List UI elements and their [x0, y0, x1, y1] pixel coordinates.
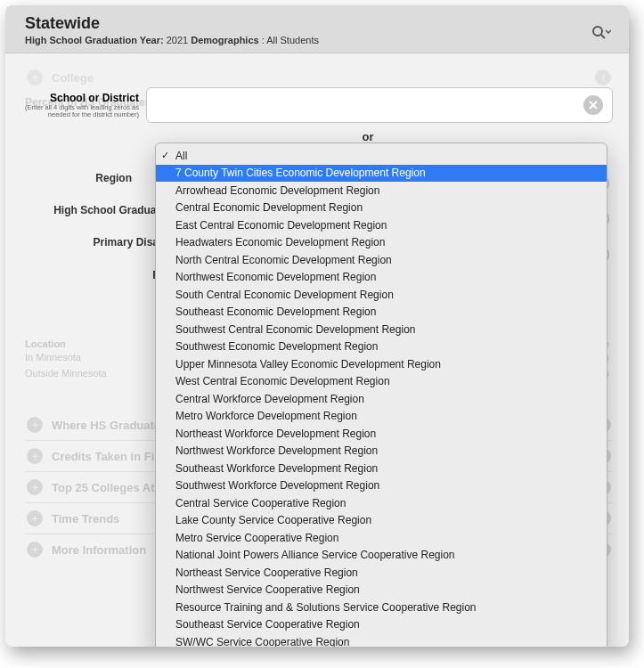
region-option[interactable]: Southwest Workforce Development Region [156, 477, 607, 495]
section-college-label: College [52, 71, 595, 85]
region-option[interactable]: Central Service Cooperative Region [156, 494, 607, 512]
expand-icon: ＋ [27, 510, 43, 526]
expand-icon: ＋ [27, 542, 43, 558]
body: ＋ College i Percent of HS Graduates Atte… [5, 53, 629, 647]
subtitle-demo-value: : All Students [262, 35, 319, 45]
region-option[interactable]: East Central Economic Development Region [156, 216, 607, 234]
section-college: ＋ College i [25, 62, 613, 93]
expand-icon: ＋ [27, 448, 43, 464]
expand-icon: ＋ [27, 479, 43, 495]
region-option[interactable]: Southeast Service Cooperative Region [156, 616, 607, 634]
subtitle-year-label: High School Graduation Year: [25, 35, 164, 45]
region-option[interactable]: South Central Economic Development Regio… [156, 286, 607, 304]
region-option[interactable]: Northwest Service Cooperative Region [156, 582, 607, 599]
region-dropdown[interactable]: All7 County Twin Cities Economic Develop… [155, 143, 607, 647]
region-option[interactable]: 7 County Twin Cities Economic Developmen… [156, 165, 607, 183]
school-row: School or District (Enter all 4 digits w… [25, 87, 613, 123]
region-option[interactable]: All [156, 147, 607, 165]
region-option[interactable]: Northeast Service Cooperative Region [156, 564, 607, 582]
region-option[interactable]: Northeast Workforce Development Region [156, 425, 607, 443]
region-option[interactable]: Resource Training and & Solutions Servic… [156, 599, 607, 616]
region-option[interactable]: Southwest Central Economic Development R… [156, 321, 607, 338]
subtitle-demo-label: Demographics [191, 35, 258, 45]
region-option[interactable]: Southeast Economic Development Region [156, 304, 607, 322]
expand-icon: ＋ [27, 417, 43, 433]
clear-icon[interactable] [583, 95, 603, 115]
region-option[interactable]: SW/WC Service Cooperative Region [156, 633, 607, 647]
region-option[interactable]: Metro Service Cooperative Region [156, 529, 607, 547]
header: Statewide High School Graduation Year: 2… [5, 5, 629, 53]
page-title: Statewide [25, 14, 590, 33]
expand-icon: ＋ [27, 69, 43, 86]
page-subtitle: High School Graduation Year: 2021 Demogr… [25, 35, 590, 45]
region-option[interactable]: Metro Workforce Development Region [156, 408, 607, 426]
school-hint: (Enter all 4 digits with leading zeros a… [25, 104, 139, 119]
or-separator: or [123, 130, 613, 143]
region-option[interactable]: Arrowhead Economic Development Region [156, 182, 607, 200]
school-label: School or District [25, 92, 139, 104]
app-window: Statewide High School Graduation Year: 2… [5, 5, 629, 647]
region-option[interactable]: Headwaters Economic Development Region [156, 234, 607, 252]
info-icon: i [595, 69, 611, 86]
region-option[interactable]: Central Workforce Development Region [156, 390, 607, 408]
magnifier-icon [591, 25, 611, 41]
school-search-input[interactable] [146, 87, 613, 123]
race-label-initial: R [25, 270, 171, 282]
region-option[interactable]: West Central Economic Development Region [156, 373, 607, 391]
header-left: Statewide High School Graduation Year: 2… [25, 14, 590, 45]
region-option[interactable]: Northwest Economic Development Region [156, 269, 607, 287]
svg-line-1 [601, 35, 605, 38]
region-option[interactable]: Northwest Workforce Development Region [156, 443, 607, 460]
region-option[interactable]: Central Economic Development Region [156, 200, 607, 217]
region-option[interactable]: North Central Economic Development Regio… [156, 251, 607, 269]
region-label: Region [25, 173, 143, 185]
subtitle-year-value: 2021 [167, 35, 192, 45]
region-option[interactable]: Upper Minnesota Valley Economic Developm… [156, 355, 607, 373]
region-option[interactable]: National Joint Powers Alliance Service C… [156, 547, 607, 565]
region-option[interactable]: Southeast Workforce Development Region [156, 460, 607, 477]
search-menu-button[interactable] [590, 21, 613, 45]
region-option[interactable]: Southwest Economic Development Region [156, 338, 607, 356]
svg-point-0 [593, 27, 602, 36]
region-option[interactable]: Lake County Service Cooperative Region [156, 512, 607, 530]
